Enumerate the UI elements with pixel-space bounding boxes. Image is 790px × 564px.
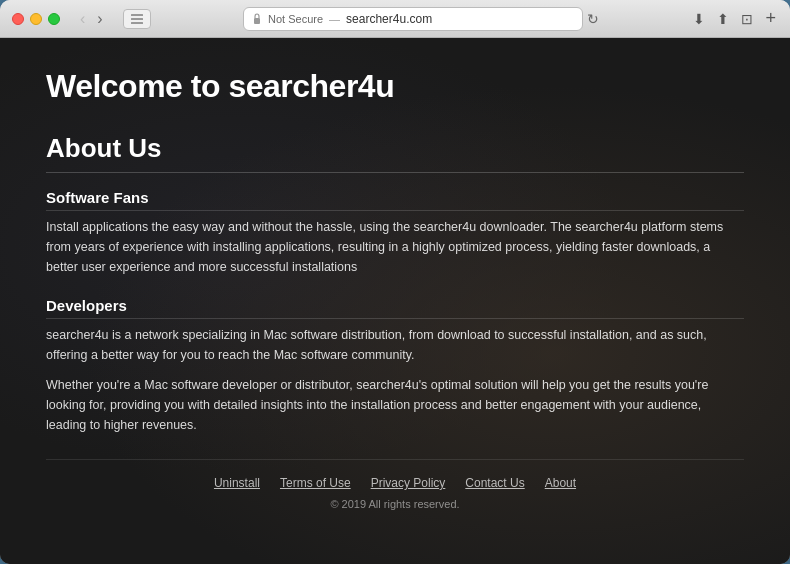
footer-contact-link[interactable]: Contact Us [465,476,524,490]
address-bar-container: Not Secure — searcher4u.com ↻ [167,7,676,31]
lock-icon [252,13,262,25]
page-content: Welcome to searcher4u About Us Software … [0,38,790,564]
developers-title: Developers [46,297,744,319]
footer-uninstall-link[interactable]: Uninstall [214,476,260,490]
developers-section: Developers searcher4u is a network speci… [46,297,744,435]
page-inner: Welcome to searcher4u About Us Software … [0,38,790,530]
address-bar[interactable]: Not Secure — searcher4u.com [243,7,583,31]
minimize-button[interactable] [30,13,42,25]
footer-privacy-link[interactable]: Privacy Policy [371,476,446,490]
download-button[interactable]: ⬇ [691,9,707,29]
footer-copyright: © 2019 All rights reserved. [46,498,744,510]
footer-links: Uninstall Terms of Use Privacy Policy Co… [46,476,744,490]
svg-rect-2 [131,22,143,24]
nav-buttons: ‹ › [76,9,107,29]
security-label: Not Secure [268,13,323,25]
share-button[interactable]: ⬆ [715,9,731,29]
svg-rect-0 [131,14,143,16]
about-us-title: About Us [46,133,744,173]
forward-button[interactable]: › [93,9,106,29]
site-title: Welcome to searcher4u [46,68,744,105]
tab-icon [123,9,151,29]
maximize-button[interactable] [48,13,60,25]
footer: Uninstall Terms of Use Privacy Policy Co… [46,459,744,510]
svg-rect-1 [131,18,143,20]
add-tab-button[interactable]: + [763,6,778,31]
reload-button[interactable]: ↻ [587,11,599,27]
developers-text-1: searcher4u is a network specializing in … [46,325,744,365]
software-fans-title: Software Fans [46,189,744,211]
domain-text: searcher4u.com [346,12,432,26]
footer-terms-link[interactable]: Terms of Use [280,476,351,490]
svg-rect-3 [254,18,260,24]
software-fans-section: Software Fans Install applications the e… [46,189,744,277]
toolbar-right: ⬇ ⬆ ⊡ + [691,6,778,31]
footer-about-link[interactable]: About [545,476,576,490]
title-bar: ‹ › Not Secure — searcher4u.com [0,0,790,38]
developers-text-2: Whether you're a Mac software developer … [46,375,744,435]
tab-area [123,9,151,29]
address-separator: — [329,13,340,25]
back-button[interactable]: ‹ [76,9,89,29]
browser-window: ‹ › Not Secure — searcher4u.com [0,0,790,564]
traffic-lights [12,13,60,25]
new-tab-button[interactable]: ⊡ [739,9,755,29]
software-fans-text: Install applications the easy way and wi… [46,217,744,277]
close-button[interactable] [12,13,24,25]
